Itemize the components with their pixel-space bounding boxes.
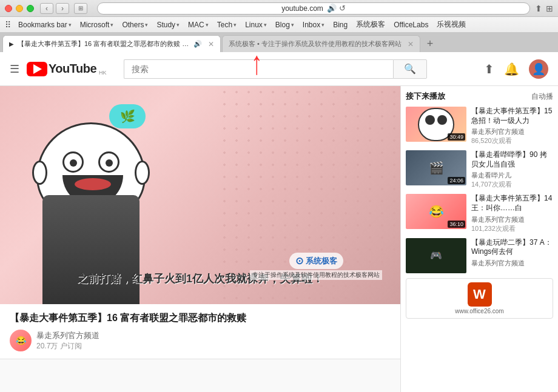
speech-bubble: 🌿: [109, 104, 146, 128]
upload-icon[interactable]: ⬆: [484, 62, 494, 76]
close-button[interactable]: [5, 5, 12, 12]
tab-close-button-2[interactable]: ✕: [408, 40, 414, 48]
xitong-logo-text: 系统极客: [306, 256, 337, 267]
tab-overview-button[interactable]: ⊞: [74, 3, 87, 14]
bookmark-letv[interactable]: 乐视视频: [433, 18, 469, 31]
sidebar-channel-1: 暴走系列官方频道: [471, 127, 553, 136]
office-icon: W: [468, 282, 492, 307]
title-icons: ⬆ ⊞: [535, 4, 553, 13]
sidebar-item-4[interactable]: 🎮 【暴走玩哔二季】37 A：Wings何去何 暴走系列官方频道: [406, 238, 553, 273]
sidebar-item-2[interactable]: 🎬 24:06 【暴走看哔哔季】90 拷贝女儿当自强 暴走看哔片儿 14,707…: [406, 150, 553, 189]
user-avatar[interactable]: 👤: [529, 59, 548, 79]
xitong-logo-circle: ⊙: [295, 255, 303, 267]
minimize-button[interactable]: [16, 5, 23, 12]
bookmark-others[interactable]: Others▾: [118, 19, 152, 30]
bookmark-mac[interactable]: MAC▾: [184, 19, 212, 30]
youtube-header: ☰ YouTube HK 🔍 ⬆ 🔔 👤: [0, 52, 558, 86]
refresh-icon[interactable]: ↺: [339, 4, 346, 13]
bookmark-blog[interactable]: Blog▾: [272, 19, 298, 30]
sidebar-header: 接下来播放 自动播: [406, 91, 553, 102]
video-player[interactable]: 🌿 之前打赌，红鼻子火到1亿人次我就裸奔，失算啦！ ⊙ 系统极客 专注于操作系统…: [0, 86, 400, 304]
sidebar-info-1: 【暴走大事件第五季】15 急招！动一级人力 暴走系列官方频道 86,520次观看: [471, 107, 553, 145]
video-info: 【暴走大事件第五季】16 富有者联盟之罪恶都市的救赎 😂 暴走系列官方频道 20…: [0, 304, 400, 359]
search-input[interactable]: [124, 59, 393, 79]
sidebar-thumb-1: 30:49: [406, 107, 466, 142]
sidebar-channel-3: 暴走系列官方频道: [471, 215, 553, 224]
xitong-url: 专注于操作系统及软件使用教程的技术极客网站: [250, 270, 382, 280]
bookmark-tech[interactable]: Tech▾: [213, 19, 240, 30]
bookmarks-grid-icon[interactable]: ⠿: [5, 20, 11, 30]
sidebar-info-4: 【暴走玩哔二季】37 A：Wings何去何 暴走系列官方频道: [471, 238, 553, 273]
main-content: 🌿 之前打赌，红鼻子火到1亿人次我就裸奔，失算啦！ ⊙ 系统极客 专注于操作系统…: [0, 86, 558, 392]
channel-avatar[interactable]: 😂: [10, 330, 32, 351]
char-ear-left: [32, 161, 47, 185]
sidebar-item-title-3: 【暴走大事件第五季】14 王：叫你……白: [471, 194, 553, 213]
bell-icon[interactable]: 🔔: [504, 62, 519, 76]
sidebar-views-2: 14,707次观看: [471, 180, 553, 189]
sidebar-thumb-4: 🎮: [406, 238, 466, 273]
thumb-duration-3: 36:10: [448, 221, 465, 228]
office26-watermark: W www.office26.com: [406, 278, 553, 319]
search-button[interactable]: 🔍: [393, 59, 427, 79]
youtube-logo[interactable]: YouTube HK: [27, 62, 107, 76]
sidebar-thumb-2: 🎬 24:06: [406, 150, 466, 185]
char-body-lower: [42, 195, 140, 304]
channel-meta: 20.7万 户订阅: [36, 341, 99, 351]
traffic-lights: [5, 5, 34, 12]
sidebar-item-3[interactable]: 😂 36:10 【暴走大事件第五季】14 王：叫你……白 暴走系列官方频道 10…: [406, 194, 553, 233]
video-section: 🌿 之前打赌，红鼻子火到1亿人次我就裸奔，失算啦！ ⊙ 系统极客 专注于操作系统…: [0, 86, 400, 392]
bookmarks-bar: ⠿ Bookmarks bar▾ Microsoft▾ Others▾ Stud…: [0, 17, 558, 33]
youtube-logo-text: YouTube: [49, 62, 96, 76]
youtube-logo-sub: HK: [99, 70, 107, 76]
tab-close-button[interactable]: ✕: [208, 40, 214, 48]
sidebar-item-title-2: 【暴走看哔哔季】90 拷贝女儿当自强: [471, 150, 553, 169]
bookmark-bing[interactable]: Bing: [329, 19, 351, 30]
sidebar: 接下来播放 自动播 30:49 【暴走大事件第五季】15 急招！动一级人力 暴走…: [400, 86, 558, 392]
tab-youtube[interactable]: ▶ 【暴走大事件第五季】16 富有者联盟之罪恶都市的救赎 - YouTube 🔊…: [2, 35, 221, 52]
sidebar-info-2: 【暴走看哔哔季】90 拷贝女儿当自强 暴走看哔片儿 14,707次观看: [471, 150, 553, 189]
sound-icon[interactable]: 🔊: [327, 4, 337, 13]
sidebar-channel-2: 暴走看哔片儿: [471, 171, 553, 180]
char-ear-right: [135, 161, 150, 185]
bookmark-xitong[interactable]: 系统极客: [352, 18, 389, 31]
bookmark-linux[interactable]: Linux▾: [241, 19, 271, 30]
bookmark-study[interactable]: Study▾: [153, 19, 183, 30]
tab-title-2: 系统极客 • 专注于操作系统及软件使用教程的技术极客网站: [229, 39, 402, 48]
nav-arrows: ‹ ›: [40, 3, 69, 14]
sidebar-views-3: 101,232次观看: [471, 224, 553, 233]
channel-name: 暴走系列官方频道: [36, 330, 99, 341]
char-eye-right: [98, 151, 119, 173]
new-tab-icon[interactable]: ⊞: [546, 4, 553, 13]
url-bar[interactable]: youtube.com 🔊 ↺: [97, 2, 530, 15]
sidebar-auto-label: 自动播: [531, 91, 553, 102]
bookmark-bookmarks-bar[interactable]: Bookmarks bar▾: [15, 19, 75, 30]
back-button[interactable]: ‹: [40, 3, 53, 14]
bookmark-officelabs[interactable]: OfficeLabs: [390, 19, 432, 30]
share-icon[interactable]: ⬆: [535, 4, 542, 13]
menu-icon[interactable]: ☰: [10, 62, 19, 76]
sidebar-thumb-3: 😂 36:10: [406, 194, 466, 229]
sidebar-channel-4: 暴走系列官方频道: [471, 259, 553, 268]
sidebar-item-1[interactable]: 30:49 【暴走大事件第五季】15 急招！动一级人力 暴走系列官方频道 86,…: [406, 107, 553, 145]
forward-button[interactable]: ›: [56, 3, 69, 14]
tab-sound-icon[interactable]: 🔊: [193, 40, 202, 48]
title-bar: ‹ › ⊞ youtube.com 🔊 ↺ ⬆ ⊞: [0, 0, 558, 17]
thumb-duration-2: 24:06: [448, 177, 465, 184]
maximize-button[interactable]: [27, 5, 34, 12]
tab-favicon: ▶: [9, 41, 14, 47]
video-channel: 😂 暴走系列官方频道 20.7万 户订阅: [10, 330, 391, 351]
tab-xitong[interactable]: 系统极客 • 专注于操作系统及软件使用教程的技术极客网站 ✕: [222, 35, 420, 52]
xitong-watermark: ⊙ 系统极客 专注于操作系统及软件使用教程的技术极客网站: [250, 253, 382, 280]
url-text: youtube.com: [281, 4, 323, 13]
bookmark-inbox[interactable]: Inbox▾: [299, 19, 328, 30]
tabs-bar: ▶ 【暴走大事件第五季】16 富有者联盟之罪恶都市的救赎 - YouTube 🔊…: [0, 33, 558, 52]
thumb-duration-1: 30:49: [448, 133, 465, 141]
sidebar-item-title-4: 【暴走玩哔二季】37 A：Wings何去何: [471, 238, 553, 257]
sidebar-item-title-1: 【暴走大事件第五季】15 急招！动一级人力: [471, 107, 553, 125]
bookmark-microsoft[interactable]: Microsoft▾: [76, 19, 118, 30]
new-tab-button[interactable]: +: [422, 35, 439, 52]
sidebar-title: 接下来播放: [406, 91, 445, 102]
youtube-logo-icon: [27, 62, 47, 76]
office-url: www.office26.com: [455, 308, 503, 314]
play-icon: [33, 64, 42, 74]
